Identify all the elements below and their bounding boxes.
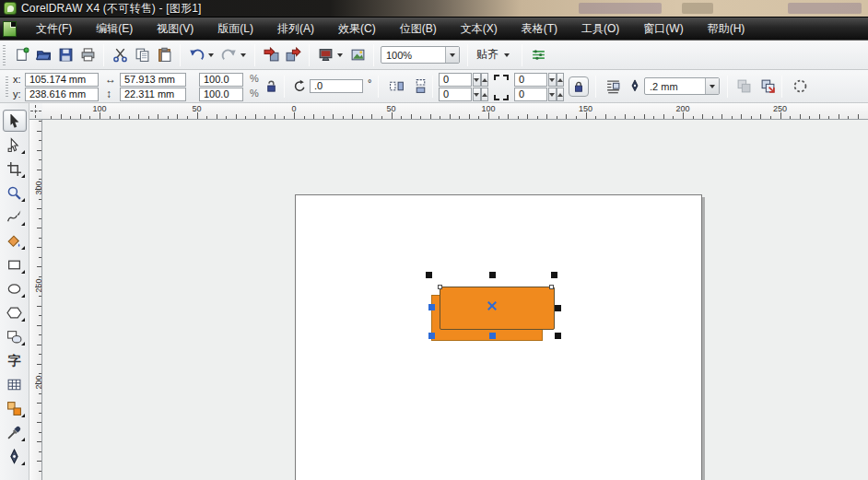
horizontal-ruler[interactable]: 10050050100150200250 bbox=[42, 103, 868, 120]
menu-item-text[interactable]: 文本(X) bbox=[449, 18, 510, 41]
ellipse-tool[interactable] bbox=[3, 277, 27, 299]
menu-item-edit[interactable]: 编辑(E) bbox=[84, 18, 145, 41]
x-position-input[interactable]: 105.174 mm bbox=[25, 73, 99, 87]
outline-width-dropdown-button[interactable] bbox=[705, 78, 719, 94]
scale-horizontal-input[interactable]: 100.0 bbox=[199, 73, 243, 87]
open-curve-button[interactable] bbox=[757, 75, 779, 97]
application-launcher-dropdown-arrow[interactable] bbox=[337, 53, 343, 57]
open-button[interactable] bbox=[32, 44, 54, 66]
table-tool[interactable] bbox=[3, 373, 27, 395]
spinner-up[interactable] bbox=[557, 73, 565, 87]
vertical-ruler[interactable]: 300250200 bbox=[29, 120, 42, 480]
menu-item-arrange[interactable]: 排列(A) bbox=[265, 18, 326, 41]
redo-button[interactable] bbox=[217, 44, 240, 66]
document-icon[interactable] bbox=[3, 21, 17, 37]
menu-item-table[interactable]: 表格(T) bbox=[510, 18, 569, 41]
outline-tool[interactable] bbox=[3, 445, 27, 467]
rect-corner-node-right[interactable] bbox=[549, 285, 554, 289]
object-height-input[interactable]: 22.311 mm bbox=[120, 88, 186, 101]
selection-center-x-marker[interactable] bbox=[487, 301, 497, 310]
zoom-level-dropdown-button[interactable] bbox=[445, 47, 459, 63]
rectangle-tool[interactable] bbox=[3, 253, 27, 275]
zoom-level-combo[interactable]: 100% bbox=[381, 46, 460, 64]
zoom-tool[interactable] bbox=[3, 181, 27, 204]
outline-width-combo[interactable]: .2 mm bbox=[644, 77, 720, 95]
drawing-canvas[interactable] bbox=[42, 120, 868, 480]
mirror-vertical-button[interactable] bbox=[409, 75, 431, 97]
shape-tool[interactable] bbox=[3, 134, 27, 156]
ruler-origin-icon[interactable] bbox=[30, 105, 41, 118]
spinner-up[interactable] bbox=[481, 73, 489, 87]
export-button[interactable] bbox=[282, 44, 304, 66]
undo-dropdown-arrow[interactable] bbox=[208, 53, 214, 57]
spinner-down[interactable] bbox=[473, 73, 481, 87]
application-launcher-button[interactable] bbox=[314, 44, 336, 66]
corner-radius-spinner[interactable] bbox=[473, 88, 488, 101]
corner-radius-top-left-input[interactable]: 0 bbox=[439, 73, 472, 87]
undo-button[interactable] bbox=[185, 44, 207, 66]
scale-lock-icon[interactable] bbox=[264, 79, 278, 93]
object-properties-button[interactable] bbox=[789, 75, 811, 97]
spinner-down[interactable] bbox=[548, 88, 557, 101]
freehand-tool[interactable] bbox=[3, 205, 27, 228]
corner-radius-spinner[interactable] bbox=[473, 73, 488, 87]
menu-item-layout[interactable]: 版面(L) bbox=[205, 18, 265, 41]
round-corners-together-lock-button[interactable] bbox=[569, 76, 589, 97]
menu-item-bitmaps[interactable]: 位图(B) bbox=[388, 18, 449, 41]
wrap-paragraph-text-button[interactable] bbox=[602, 75, 624, 97]
scale-vertical-input[interactable]: 100.0 bbox=[199, 88, 243, 101]
basic-shapes-tool[interactable] bbox=[3, 325, 27, 347]
ruler-tick bbox=[712, 116, 713, 119]
object-width-input[interactable]: 57.913 mm bbox=[120, 73, 186, 87]
snap-handle-bottom-middle[interactable] bbox=[489, 333, 496, 339]
text-tool[interactable]: 字 bbox=[3, 349, 27, 371]
snap-handle-bottom-left[interactable] bbox=[428, 333, 435, 339]
menu-item-help[interactable]: 帮助(H) bbox=[696, 18, 757, 41]
spinner-down[interactable] bbox=[548, 73, 557, 87]
rect-corner-node-left[interactable] bbox=[438, 285, 442, 289]
new-document-button[interactable] bbox=[10, 44, 32, 66]
corner-radius-spinner[interactable] bbox=[548, 88, 564, 101]
paste-button[interactable] bbox=[153, 44, 175, 66]
rotation-angle-input[interactable]: .0 bbox=[310, 79, 363, 93]
snap-dropdown[interactable]: 贴齐 bbox=[473, 44, 517, 65]
spinner-up[interactable] bbox=[481, 88, 489, 101]
smart-fill-tool[interactable] bbox=[3, 229, 27, 252]
save-button[interactable] bbox=[54, 44, 76, 66]
corner-radius-bottom-left-input[interactable]: 0 bbox=[439, 88, 472, 101]
spinner-up[interactable] bbox=[557, 88, 565, 101]
orange-rectangle-front[interactable] bbox=[440, 287, 555, 330]
polygon-tool[interactable] bbox=[3, 301, 27, 323]
eyedropper-tool[interactable] bbox=[3, 421, 27, 443]
cut-button[interactable] bbox=[109, 44, 131, 66]
import-button[interactable] bbox=[260, 44, 282, 66]
spinner-down[interactable] bbox=[473, 88, 481, 101]
menu-item-file[interactable]: 文件(F) bbox=[24, 18, 84, 41]
convert-to-curves-button-disabled[interactable] bbox=[733, 75, 755, 97]
selection-handle-top-right[interactable] bbox=[551, 272, 557, 278]
crop-tool[interactable] bbox=[3, 158, 27, 180]
mirror-horizontal-button[interactable] bbox=[385, 75, 407, 97]
copy-button[interactable] bbox=[131, 44, 153, 66]
menu-item-tools[interactable]: 工具(O) bbox=[569, 18, 631, 41]
print-button[interactable] bbox=[76, 44, 99, 66]
redo-dropdown-arrow[interactable] bbox=[240, 53, 246, 57]
pick-tool[interactable] bbox=[3, 110, 27, 132]
y-position-input[interactable]: 238.616 mm bbox=[25, 88, 99, 101]
selection-handle-bottom-right[interactable] bbox=[555, 333, 561, 339]
menu-item-window[interactable]: 窗口(W) bbox=[631, 18, 695, 41]
toolbar-grip[interactable] bbox=[3, 45, 6, 65]
corner-radius-bottom-right-input[interactable]: 0 bbox=[514, 88, 547, 101]
snap-handle-middle-left[interactable] bbox=[428, 304, 435, 310]
property-bar-grip[interactable] bbox=[6, 76, 8, 97]
selection-handle-middle-right[interactable] bbox=[555, 305, 561, 311]
corner-radius-top-right-input[interactable]: 0 bbox=[514, 73, 547, 87]
selection-handle-top-left[interactable] bbox=[426, 272, 432, 278]
welcome-screen-button[interactable] bbox=[346, 44, 369, 66]
corner-radius-spinner[interactable] bbox=[548, 73, 564, 87]
menu-item-effects[interactable]: 效果(C) bbox=[326, 18, 388, 41]
menu-item-view[interactable]: 视图(V) bbox=[145, 18, 205, 41]
options-button[interactable] bbox=[527, 44, 549, 66]
selection-handle-top-middle[interactable] bbox=[489, 272, 496, 278]
blend-tool[interactable] bbox=[3, 397, 27, 419]
